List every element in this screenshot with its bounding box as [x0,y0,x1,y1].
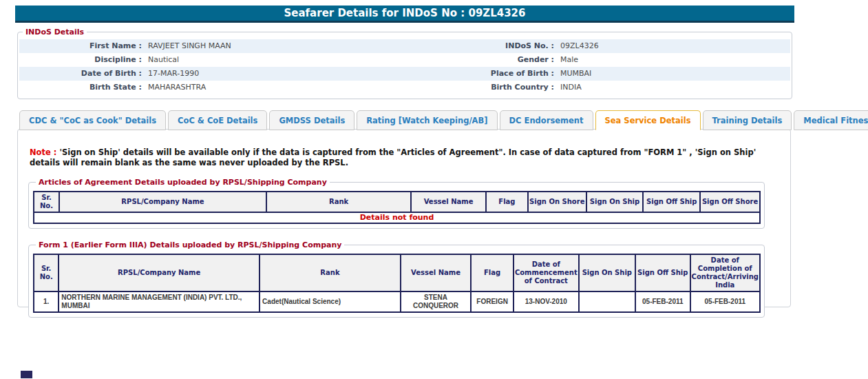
cell-sr-no: 1. [34,291,59,312]
gender-value: Male [560,53,578,67]
column-header-sign-off-shore: Sign Off Shore [700,192,760,212]
cell-date-of-commencement: 13-NOV-2010 [514,291,579,312]
page-title: Seafarer Details for INDoS No : 09ZL4326 [15,6,794,23]
column-header-vessel-name: Vessel Name [401,254,472,291]
tab-cdc-coc-as-cook-details[interactable]: CDC & "CoC as Cook" Details [19,110,166,130]
details-not-found-message: Details not found [34,212,760,223]
sea-service-details-panel: Note : 'Sign on Ship' details will be av… [17,129,791,307]
sign-on-ship-note: Note : 'Sign on Ship' details will be av… [30,147,779,168]
first-name-label: First Name : [19,39,142,53]
cell-sign-on-ship [579,291,635,312]
cell-rpsl-company-name: NORTHERN MARINE MANAGEMENT (INDIA) PVT. … [59,291,260,312]
column-header-sign-on-shore: Sign On Shore [528,192,586,212]
column-header-vessel-name: Vessel Name [411,192,486,212]
indos-no-value: 09ZL4326 [560,39,599,53]
note-prefix: Note : [30,147,56,157]
column-header-sign-off-ship: Sign Off Ship [635,254,690,291]
indos-row: First Name : RAVJEET SINGH MAAN INDoS No… [19,39,790,53]
tab-sea-service-details[interactable]: Sea Service Details [595,110,701,130]
indos-details-fieldset: INDoS Details First Name : RAVJEET SINGH… [17,28,792,99]
column-header-sr-no: Sr. No. [34,192,59,212]
column-header-date-of-commencement: Date of Commencement of Contract [514,254,579,291]
indos-row: Discipline : Nautical Gender : Male [19,53,790,67]
column-header-sr-no: Sr. No. [34,254,59,291]
date-of-birth-label: Date of Birth : [19,67,142,81]
cell-vessel-name: STENA CONQUEROR [401,291,472,312]
articles-of-agreement-fieldset: Articles of Agreement Details uploaded b… [28,178,765,229]
indos-row: Birth State : MAHARASHTRA Birth Country … [19,81,790,94]
cell-rank: Cadet(Nautical Science) [260,291,401,312]
column-header-flag: Flag [471,254,514,291]
cell-sign-off-ship: 05-FEB-2011 [635,291,690,312]
tab-coc-coe-details[interactable]: CoC & CoE Details [168,110,267,130]
first-name-value: RAVJEET SINGH MAAN [148,39,231,53]
discipline-value: Nautical [148,53,179,67]
tab-dc-endorsement[interactable]: DC Endorsement [500,110,593,130]
birth-country-value: INDIA [560,81,582,94]
table-row: Details not found [34,212,760,223]
form1-legend: Form 1 (Earlier Form IIIA) Details uploa… [36,240,344,249]
column-header-date-of-completion: Date of Completion of Contract/Arriving … [690,254,760,291]
tab-gmdss-details[interactable]: GMDSS Details [269,110,354,130]
gender-label: Gender : [394,53,554,67]
column-header-rpsl-company-name: RPSL/Company Name [59,192,266,212]
table-row: 1. NORTHERN MARINE MANAGEMENT (INDIA) PV… [34,291,760,312]
tab-training-details[interactable]: Training Details [703,110,792,130]
place-of-birth-value: MUMBAI [560,67,591,81]
indos-row: Date of Birth : 17-MAR-1990 Place of Bir… [19,67,790,81]
place-of-birth-label: Place of Birth : [394,67,554,81]
articles-of-agreement-legend: Articles of Agreement Details uploaded b… [36,178,330,187]
birth-state-value: MAHARASHTRA [148,81,206,94]
note-text: 'Sign on Ship' details will be available… [30,147,756,167]
tab-medical-fitness-certificate[interactable]: Medical Fitness Certificate [794,110,868,130]
column-header-sign-on-ship: Sign On Ship [586,192,644,212]
table-header-row: Sr. No. RPSL/Company Name Rank Vessel Na… [34,192,760,212]
indos-details-legend: INDoS Details [23,28,87,37]
column-header-sign-off-ship: Sign Off Ship [643,192,700,212]
date-of-birth-value: 17-MAR-1990 [148,67,199,81]
column-header-rank: Rank [266,192,411,212]
form1-fieldset: Form 1 (Earlier Form IIIA) Details uploa… [28,240,765,318]
cell-flag: FOREIGN [471,291,514,312]
cell-date-of-completion: 05-FEB-2011 [690,291,760,312]
bottom-left-artifact [21,371,32,378]
column-header-sign-on-ship: Sign On Ship [579,254,635,291]
column-header-rpsl-company-name: RPSL/Company Name [59,254,260,291]
tab-bar: CDC & "CoC as Cook" Details CoC & CoE De… [19,110,868,130]
column-header-flag: Flag [486,192,528,212]
birth-state-label: Birth State : [19,81,142,94]
birth-country-label: Birth Country : [394,81,554,94]
tab-rating-watch-keeping-ab[interactable]: Rating [Watch Keeping/AB] [357,110,497,130]
articles-of-agreement-table: Sr. No. RPSL/Company Name Rank Vessel Na… [33,191,761,224]
indos-no-label: INDoS No. : [394,39,554,53]
column-header-rank: Rank [260,254,401,291]
discipline-label: Discipline : [19,53,142,67]
form1-table: Sr. No. RPSL/Company Name Rank Vessel Na… [33,254,761,313]
table-header-row: Sr. No. RPSL/Company Name Rank Vessel Na… [34,254,760,291]
